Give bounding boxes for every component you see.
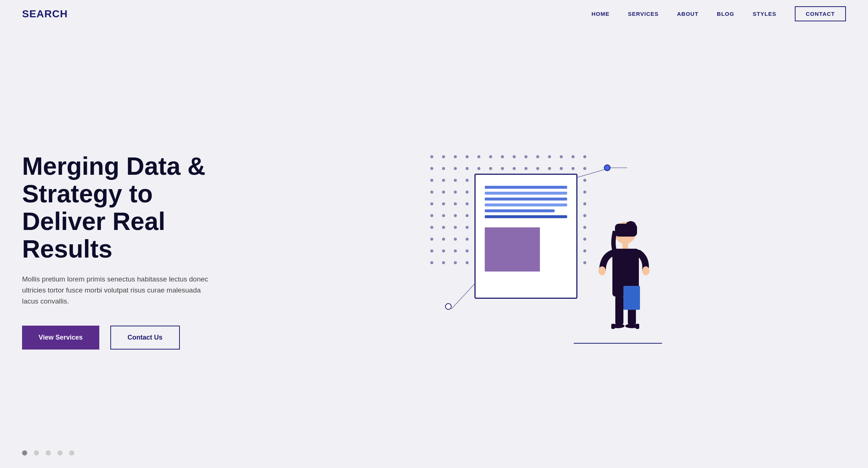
svg-point-9 xyxy=(642,266,650,275)
contact-us-button[interactable]: Contact Us xyxy=(110,326,180,350)
hero-illustration: // Render dots (function() { const grid … xyxy=(235,141,846,361)
pagination-dots xyxy=(22,450,74,455)
hero-title: Merging Data & Strategy to Deliver Real … xyxy=(22,152,235,262)
doc-box xyxy=(485,227,540,272)
doc-line-3 xyxy=(485,198,567,201)
navbar: SEARCH HOME SERVICES ABOUT BLOG STYLES C… xyxy=(0,0,868,28)
svg-line-1 xyxy=(451,284,474,309)
doc-line-5 xyxy=(485,209,555,212)
person-figure xyxy=(592,216,658,343)
pagination-dot-1[interactable] xyxy=(22,450,27,455)
nav-item-contact[interactable]: CONTACT xyxy=(795,11,846,17)
doc-line-2 xyxy=(485,192,567,195)
illustration-container: // Render dots (function() { const grid … xyxy=(416,144,666,358)
svg-rect-10 xyxy=(615,295,623,325)
svg-rect-15 xyxy=(636,324,639,329)
hero-content: Merging Data & Strategy to Deliver Real … xyxy=(22,152,235,349)
svg-point-8 xyxy=(598,266,606,275)
pagination-dot-4[interactable] xyxy=(57,450,63,455)
nav-link-services[interactable]: SERVICES xyxy=(628,11,659,17)
circle-indicator-bottom xyxy=(445,303,452,310)
doc-line-4 xyxy=(485,203,567,206)
nav-item-services[interactable]: SERVICES xyxy=(628,11,659,17)
nav-link-styles[interactable]: STYLES xyxy=(753,11,776,17)
svg-rect-13 xyxy=(611,324,615,329)
hero-buttons: View Services Contact Us xyxy=(22,326,235,350)
pagination-dot-5[interactable] xyxy=(69,450,74,455)
nav-links: HOME SERVICES ABOUT BLOG STYLES CONTACT xyxy=(591,11,846,17)
document-card xyxy=(474,174,577,299)
nav-link-contact[interactable]: CONTACT xyxy=(795,6,846,21)
ground-line xyxy=(574,343,662,344)
person-svg xyxy=(592,216,658,341)
nav-item-blog[interactable]: BLOG xyxy=(717,11,734,17)
pagination-dot-2[interactable] xyxy=(34,450,39,455)
doc-line-1 xyxy=(485,186,567,189)
hero-subtitle: Mollis pretium lorem primis senectus hab… xyxy=(22,274,213,307)
site-logo[interactable]: SEARCH xyxy=(22,8,68,20)
nav-link-blog[interactable]: BLOG xyxy=(717,11,734,17)
nav-item-styles[interactable]: STYLES xyxy=(753,11,776,17)
folder-shape xyxy=(623,286,640,310)
circle-indicator-top xyxy=(604,164,611,171)
nav-link-home[interactable]: HOME xyxy=(591,11,609,17)
nav-item-about[interactable]: ABOUT xyxy=(677,11,698,17)
doc-line-6 xyxy=(485,215,567,218)
nav-link-about[interactable]: ABOUT xyxy=(677,11,698,17)
doc-lines xyxy=(485,186,567,218)
pagination-dot-3[interactable] xyxy=(46,450,51,455)
svg-rect-5 xyxy=(615,224,637,237)
view-services-button[interactable]: View Services xyxy=(22,326,99,350)
hero-section: Merging Data & Strategy to Deliver Real … xyxy=(0,28,868,467)
nav-item-home[interactable]: HOME xyxy=(591,11,609,17)
